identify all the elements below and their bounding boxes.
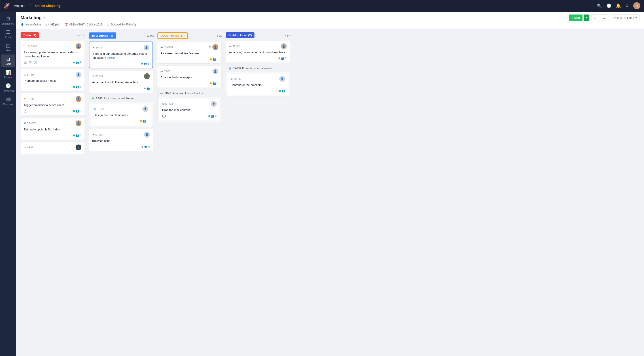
card-sp-i2-todo[interactable]: ▬ SP-I2 👤: [20, 142, 84, 154]
card-header: ▬ SP-I82 👤: [229, 43, 287, 49]
clock-icon[interactable]: 🕐: [606, 3, 611, 8]
user-avatar[interactable]: H: [633, 2, 640, 9]
sidebar-item-label: Plan: [6, 49, 10, 52]
card-header: ▣ SP-I94 👤: [94, 106, 148, 112]
current-project[interactable]: Online Shopping: [35, 4, 60, 7]
delay-icon: ⏱: [107, 23, 110, 26]
add-item-button[interactable]: + Item: [569, 14, 582, 21]
title-dropdown-icon[interactable]: ▾: [44, 16, 45, 19]
parent-card-header[interactable]: ▬ SP-I2 As a user, I would like to r...: [158, 90, 221, 97]
card-title: Store it in our database to generate cha…: [92, 52, 149, 60]
filter-button[interactable]: ⊟: [591, 14, 599, 21]
feed-icon: ☰: [6, 29, 10, 35]
designphase-cards: ▬ SP-I100 ⚙ 👤 As a user I would like fea…: [158, 41, 222, 122]
sidebar-item-dashboard[interactable]: ⊞ Dashboard: [1, 14, 15, 27]
meta-owner: 👤 Helen Collins: [20, 23, 41, 26]
card-sp-i5[interactable]: ▬ SP-I5 👤 Change the icon images �: [158, 66, 222, 88]
child-card-sp-i93[interactable]: ▣ SP-I93 👤 Draft the mail content 💬: [160, 99, 219, 120]
comments-icon: 👥: [143, 120, 146, 123]
card-sp-i4[interactable]: ⚑ SP-I4 👤 Store it in our database to ge…: [89, 41, 153, 68]
card-type-icon: ▬: [160, 46, 163, 48]
toolbar: + Item ▾ ⊟ ... Swimlane: None ▾: [569, 14, 640, 21]
comments-count: 5: [148, 145, 150, 148]
parent-card-header[interactable]: ▣ SP-I38 Promote on social media: [226, 65, 290, 72]
card-sp-i85[interactable]: ⚑ SP-I85 👤 As a user I would like to rat…: [89, 71, 153, 92]
card-id-text: SP-I107: [27, 122, 36, 125]
card-sp-i40[interactable]: ⚑ SP-I40 👤 Trigger emailers to active us…: [20, 93, 84, 116]
sidebar-more[interactable]: ...: [6, 349, 10, 353]
card-sp-i82[interactable]: ▬ SP-I82 👤 As a user, I want an email to…: [226, 41, 290, 62]
card-id-text: SP-I82: [232, 45, 240, 48]
search-icon[interactable]: 🔍: [597, 3, 602, 8]
card-id: ▣ SP-I94: [94, 107, 104, 110]
sidebar: ⊞ Dashboard ☰ Feed ◫ Plan ⊟ Board 📊 Repo…: [0, 12, 16, 356]
sidebar-item-board[interactable]: ⊟ Board: [1, 54, 15, 67]
sidebar-item-feed[interactable]: ☰ Feed: [1, 28, 15, 40]
expand-button[interactable]: Expand: [107, 56, 115, 59]
swimlane-select[interactable]: Swimlane: None ▾: [610, 14, 640, 21]
child-card-sp-i39[interactable]: ▣ SP-I39 👤 Content for the emailers: [228, 74, 288, 95]
card-status: 👥 3: [210, 58, 218, 61]
card-type-icon: ⚑: [92, 46, 95, 49]
sidebar-item-meetings[interactable]: 📹 Meetings: [1, 95, 15, 107]
card-avatar: 👤: [144, 45, 149, 50]
comments-icon: 👥: [281, 57, 284, 60]
add-item-dropdown-button[interactable]: ▾: [584, 14, 590, 21]
card-title: Design two mail templates: [94, 113, 148, 117]
card-comments: 👥: [282, 89, 285, 92]
more-options-button[interactable]: ...: [600, 14, 608, 21]
card-footer: 👥 5: [92, 145, 150, 148]
sidebar-item-reports[interactable]: 📊 Reports: [1, 68, 15, 80]
card-id-text: SP-I39: [234, 77, 241, 80]
card-comments: 👥 3: [76, 109, 82, 113]
main-content: Marketing ▾ + Item ▾ ⊟ ... Swimlane: Non…: [16, 12, 644, 356]
nav-separator: /: [30, 3, 31, 8]
card-comments: 👥 8: [76, 61, 82, 64]
card-sp-i1[interactable]: ✓ ⚑ SP-I1 👤 As a user, I prefer to see a…: [20, 41, 84, 67]
card-sp-i38[interactable]: ▬ SP-I38 👤 Promote on social media: [20, 69, 84, 91]
meta-points: 🏷 67 pts: [46, 23, 60, 26]
parent-card-sp-i2-inprogress: ⚑ SP-I2 As a user, I would like to r... …: [89, 95, 153, 127]
card-avatar: 👤: [212, 68, 218, 74]
card-id-text: SP-I93: [165, 103, 173, 105]
card-title: As a user, I prefer to see a how-to vide…: [24, 50, 82, 58]
card-status: 👥 2: [278, 57, 287, 60]
points-icon: 🏷: [46, 23, 49, 26]
card-header: ▬ SP-I2 👤: [24, 145, 82, 150]
comments-count: 2: [215, 115, 217, 118]
parent-card-type-icon: ⚑: [92, 97, 94, 100]
card-avatar: 👤: [76, 43, 82, 49]
parent-card-header[interactable]: ⚑ SP-I2 As a user, I would like to r...: [89, 95, 153, 102]
meta-dates: 📅 03/Nov/2017 - 21/Nov/2017: [64, 23, 102, 26]
card-type-icon: ⚑: [92, 75, 94, 78]
sidebar-item-timesheet[interactable]: 🕐 Timesheet: [1, 81, 15, 94]
parent-card-id: SP-I2: [96, 97, 102, 100]
card-type-icon: ▬: [24, 73, 26, 76]
card-type-icon: ▬: [229, 45, 232, 48]
column-inprogress-header: In progress (4) 11 pts: [89, 32, 154, 39]
comments-count: 1: [148, 62, 149, 65]
parent-card-title: As a user, I would like to r...: [104, 97, 136, 100]
card-sp-i95[interactable]: ⚑ SP-I95 👤 Browser issue 👥: [89, 129, 153, 151]
card-sp-i100[interactable]: ▬ SP-I100 ⚙ 👤 As a user I would like fea…: [158, 41, 222, 63]
bell-icon[interactable]: 🔔: [616, 3, 621, 8]
card-comments: 👥 3: [213, 82, 218, 85]
designphase-tag: Design phase (3): [158, 32, 188, 39]
comments-count: 5: [147, 120, 148, 123]
card-sp-i107[interactable]: ▣ SP-I107 👤 Estimation point is 5th inde…: [20, 118, 84, 140]
card-id: ▬ SP-I82: [229, 45, 240, 48]
parent-card-title: Promote on social media: [242, 67, 272, 70]
card-status: 👥 1: [73, 85, 82, 88]
projects-link[interactable]: Projects: [14, 4, 25, 7]
settings-icon[interactable]: ⚙: [625, 3, 629, 8]
child-card-sp-i94[interactable]: ▣ SP-I94 👤 Design two mail templates: [91, 104, 151, 125]
card-type-icon: ▣: [230, 77, 233, 80]
card-title: Content for the emailers: [230, 83, 285, 87]
sidebar-item-plan[interactable]: ◫ Plan: [1, 41, 15, 54]
sidebar-item-label: Board: [5, 62, 11, 65]
card-type-icon: ▣: [24, 122, 26, 125]
plan-icon: ◫: [6, 43, 10, 48]
app-logo: 🚀: [4, 3, 10, 9]
card-header: ▣ SP-I39 👤: [230, 76, 285, 82]
card-id: ▬ SP-I38: [24, 73, 35, 76]
